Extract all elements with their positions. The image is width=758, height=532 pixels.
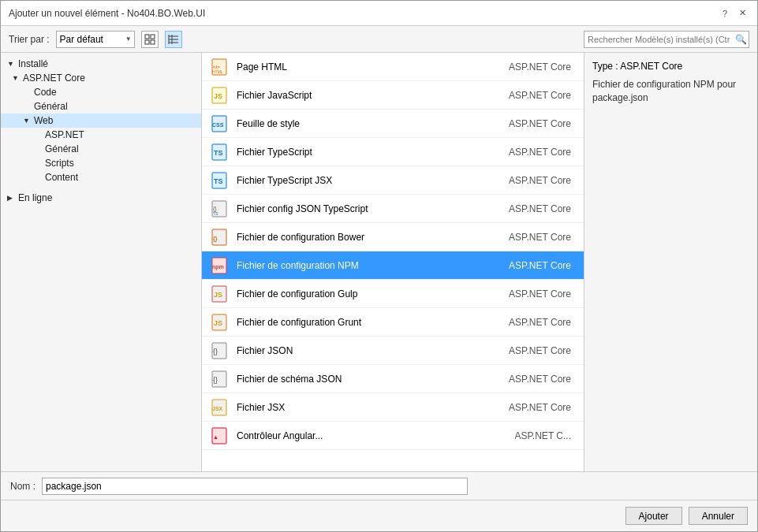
- json-icon: {}: [208, 340, 230, 362]
- file-name-label: Fichier JavaScript: [237, 90, 483, 101]
- list-view-button[interactable]: [165, 31, 182, 48]
- jsx-icon: JSX: [208, 396, 230, 419]
- table-row[interactable]: JSFichier de configuration GruntASP.NET …: [202, 308, 584, 337]
- svg-rect-1: [151, 35, 155, 39]
- dialog: Ajouter un nouvel élément - No404.BO.Web…: [0, 0, 758, 532]
- file-category-label: ASP.NET Core: [483, 260, 577, 271]
- file-category-label: ASP.NET Core: [483, 90, 577, 101]
- table-row[interactable]: npmFichier de configuration NPMASP.NET C…: [202, 251, 584, 280]
- gulp-icon: JS: [208, 283, 230, 305]
- table-row[interactable]: JSXFichier JSXASP.NET Core: [202, 393, 584, 422]
- close-button[interactable]: ✕: [735, 6, 749, 20]
- table-row[interactable]: {}Fichier JSONASP.NET Core: [202, 337, 584, 365]
- sidebar-item-aspnet[interactable]: ASP.NET: [1, 128, 201, 142]
- sidebar-item-label: Web: [34, 115, 53, 126]
- file-category-label: ASP.NET Core: [483, 402, 577, 413]
- table-row[interactable]: JSFichier de configuration GulpASP.NET C…: [202, 280, 584, 308]
- svg-rect-3: [151, 40, 155, 44]
- table-row[interactable]: TSFichier TypeScriptASP.NET Core: [202, 138, 584, 166]
- table-row[interactable]: CSSFeuille de styleASP.NET Core: [202, 110, 584, 138]
- sidebar-item-content[interactable]: Content: [1, 170, 201, 184]
- angular-icon: ▲: [208, 425, 230, 447]
- css-icon: CSS: [208, 113, 230, 135]
- file-name-label: Fichier JSON: [237, 345, 483, 356]
- sidebar-item-code[interactable]: Code: [1, 85, 201, 99]
- file-name-label: Fichier TypeScript: [237, 147, 483, 158]
- sidebar-item-installed[interactable]: ▼ Installé: [1, 57, 201, 71]
- search-input[interactable]: [584, 35, 733, 44]
- grid-view-button[interactable]: [141, 31, 159, 48]
- svg-text:HTML: HTML: [212, 69, 223, 74]
- table-row[interactable]: </>HTMLPage HTMLASP.NET Core: [202, 53, 584, 81]
- sort-select[interactable]: Par défaut Nom Type: [56, 31, 135, 48]
- help-button[interactable]: ?: [718, 6, 732, 20]
- sidebar-item-scripts[interactable]: Scripts: [1, 156, 201, 170]
- sidebar-item-general-web[interactable]: Général: [1, 142, 201, 156]
- table-row[interactable]: {}TSFichier config JSON TypeScriptASP.NE…: [202, 195, 584, 223]
- file-category-label: ASP.NET Core: [483, 374, 577, 385]
- file-name-label: Fichier config JSON TypeScript: [237, 203, 483, 214]
- file-category-label: ASP.NET C...: [483, 430, 577, 441]
- svg-text:JS: JS: [214, 291, 222, 299]
- file-name-label: Feuille de style: [237, 118, 483, 129]
- table-row[interactable]: {}Fichier de schéma JSONASP.NET Core: [202, 365, 584, 393]
- sidebar-item-general-aspnet[interactable]: Général: [1, 99, 201, 113]
- expand-arrow-icon: ▼: [12, 74, 23, 82]
- file-category-label: ASP.NET Core: [483, 317, 577, 328]
- svg-text:{}: {}: [213, 236, 218, 242]
- file-list: </>HTMLPage HTMLASP.NET CoreJSFichier Ja…: [202, 53, 584, 471]
- table-row[interactable]: JSFichier JavaScriptASP.NET Core: [202, 81, 584, 110]
- table-row[interactable]: TSFichier TypeScript JSXASP.NET Core: [202, 166, 584, 195]
- sidebar-item-label: ASP.NET: [45, 129, 84, 140]
- bower-icon: {}: [208, 226, 230, 248]
- file-category-label: ASP.NET Core: [483, 61, 577, 73]
- dialog-title: Ajouter un nouvel élément - No404.BO.Web…: [9, 8, 205, 19]
- toolbar: Trier par : Par défaut Nom Type ▼: [1, 26, 757, 53]
- svg-rect-0: [145, 35, 149, 39]
- expand-arrow-icon: ▶: [7, 194, 18, 202]
- file-category-label: ASP.NET Core: [483, 288, 577, 299]
- file-name-label: Fichier de schéma JSON: [237, 374, 483, 385]
- table-row[interactable]: {}Fichier de configuration BowerASP.NET …: [202, 223, 584, 251]
- expand-arrow-icon: ▼: [7, 60, 18, 68]
- title-bar: Ajouter un nouvel élément - No404.BO.Web…: [1, 1, 757, 26]
- sidebar-item-label: ASP.NET Core: [23, 73, 85, 84]
- add-button[interactable]: Ajouter: [625, 507, 682, 525]
- search-icon[interactable]: 🔍: [733, 32, 749, 47]
- footer-buttons: Ajouter Annuler: [1, 500, 757, 531]
- file-name-label: Fichier de configuration Bower: [237, 232, 483, 243]
- sidebar-item-label: En ligne: [18, 192, 52, 203]
- svg-text:npm: npm: [212, 264, 224, 270]
- svg-text:JS: JS: [214, 92, 222, 100]
- cancel-button[interactable]: Annuler: [689, 507, 748, 525]
- filename-input[interactable]: [42, 478, 468, 495]
- file-list-container: </>HTMLPage HTMLASP.NET CoreJSFichier Ja…: [202, 53, 584, 471]
- sidebar-item-online[interactable]: ▶ En ligne: [1, 191, 201, 205]
- search-box: 🔍: [584, 31, 749, 48]
- html-icon: </>HTML: [208, 56, 230, 78]
- file-category-label: ASP.NET Core: [483, 345, 577, 356]
- sidebar-item-aspnet-core[interactable]: ▼ ASP.NET Core: [1, 71, 201, 85]
- file-name-label: Fichier de configuration Grunt: [237, 317, 483, 328]
- expand-arrow-icon: ▼: [23, 117, 34, 125]
- sidebar-item-label: Général: [45, 143, 79, 154]
- json-ts-icon: {}TS: [208, 198, 230, 220]
- file-category-label: ASP.NET Core: [483, 203, 577, 214]
- svg-text:CSS: CSS: [212, 122, 224, 128]
- name-label: Nom :: [10, 481, 35, 492]
- file-name-label: Page HTML: [237, 61, 483, 73]
- file-category-label: ASP.NET Core: [483, 118, 577, 129]
- svg-text:JSX: JSX: [212, 406, 223, 411]
- file-name-label: Fichier de configuration Gulp: [237, 288, 483, 299]
- npm-icon: npm: [208, 255, 230, 277]
- ts-icon: TS: [208, 141, 230, 163]
- file-name-label: Fichier JSX: [237, 402, 483, 413]
- table-row[interactable]: ▲Contrôleur Angular...ASP.NET C...: [202, 422, 584, 450]
- svg-text:{}: {}: [213, 376, 218, 384]
- js-icon: JS: [208, 84, 230, 106]
- json-icon: {}: [208, 368, 230, 390]
- svg-text:TS: TS: [214, 177, 223, 185]
- file-name-label: Fichier de configuration NPM: [237, 260, 483, 271]
- sidebar-item-label: Content: [45, 172, 78, 183]
- sidebar-item-web[interactable]: ▼ Web: [1, 113, 201, 128]
